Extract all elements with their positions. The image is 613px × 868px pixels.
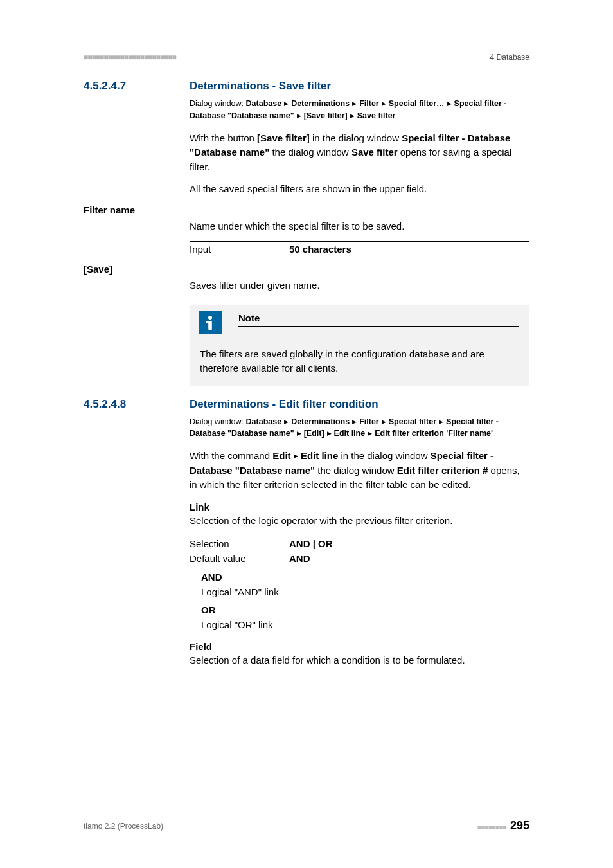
text-run: the dialog window <box>315 465 397 476</box>
header-chapter: 4 Database <box>490 53 529 62</box>
paragraph: With the button [Save filter] in the dia… <box>190 131 529 175</box>
section-title: Determinations - Save filter <box>190 80 331 93</box>
text-bold: [Save filter] <box>257 132 310 143</box>
dlg-part: Determinations <box>291 417 350 426</box>
paragraph: With the command Edit ▶ Edit line in the… <box>190 449 529 493</box>
dlg-part: Database <box>246 99 282 108</box>
dialog-path-save-filter: Dialog window: DatabaseDeterminationsFil… <box>190 98 529 122</box>
param-label: Input <box>190 242 289 257</box>
dlg-part: Edit filter criterion 'Filter name' <box>375 429 493 438</box>
text-bold: Edit filter criterion # <box>397 465 488 476</box>
def-term-or: OR <box>201 603 529 618</box>
paragraph: Selection of the logic operator with the… <box>190 514 529 529</box>
text-bold: Edit <box>272 450 290 461</box>
dlg-part: Determinations <box>291 99 350 108</box>
section-number: 4.5.2.4.8 <box>84 398 190 411</box>
section-title: Determinations - Edit filter condition <box>190 398 378 411</box>
field-label-filter-name: Filter name <box>84 204 529 215</box>
text-run: the dialog window <box>269 147 351 158</box>
text-run: With the button <box>190 132 257 143</box>
page-footer: tiamo 2.2 (ProcessLab) ■■■■■■■■295 <box>84 819 529 833</box>
param-table-input: Input 50 characters <box>190 241 529 257</box>
param-table-link: Selection AND | OR Default value AND <box>190 536 529 566</box>
dlg-part: Save filter <box>357 111 396 120</box>
paragraph: All the saved special filters are shown … <box>190 182 529 197</box>
dlg-part: Edit line <box>334 429 366 438</box>
subhead-link: Link <box>190 502 529 512</box>
param-value: 50 characters <box>289 242 529 257</box>
footer-product: tiamo 2.2 (ProcessLab) <box>84 822 163 831</box>
note-box: Note The filters are saved globally in t… <box>190 305 529 386</box>
svg-rect-3 <box>206 321 210 323</box>
paragraph: Selection of a data field for which a co… <box>190 653 529 668</box>
text-run: With the command <box>190 450 272 461</box>
dlg-part: [Save filter] <box>304 111 348 120</box>
paragraph: Name under which the special filter is t… <box>190 219 529 234</box>
paragraph: Saves filter under given name. <box>190 278 529 293</box>
footer-page: ■■■■■■■■295 <box>477 819 529 833</box>
dlg-prefix: Dialog window: <box>190 99 246 108</box>
def-desc-and: Logical "AND" link <box>201 585 529 600</box>
section-heading-edit-filter: 4.5.2.4.8 Determinations - Edit filter c… <box>84 398 529 411</box>
text-bold: Save filter <box>351 147 398 158</box>
note-body: The filters are saved globally in the co… <box>200 347 519 376</box>
text-run: in the dialog window <box>338 450 430 461</box>
definition-list: AND Logical "AND" link OR Logical "OR" l… <box>201 570 529 632</box>
info-icon <box>199 311 222 334</box>
note-title: Note <box>238 312 519 327</box>
dlg-part: Filter <box>359 417 379 426</box>
text-run: in the dialog window <box>310 132 402 143</box>
param-label: Default value <box>190 551 289 566</box>
page-header: ■■■■■■■■■■■■■■■■■■■■■■■ 4 Database <box>84 53 529 62</box>
param-label: Selection <box>190 536 289 552</box>
param-value: AND | OR <box>289 536 529 552</box>
section-number: 4.5.2.4.7 <box>84 80 190 93</box>
dlg-part: Special filter <box>389 417 436 426</box>
subhead-field: Field <box>190 641 529 652</box>
def-desc-or: Logical "OR" link <box>201 618 529 633</box>
field-label-save: [Save] <box>84 264 529 275</box>
dlg-part: Special filter… <box>389 99 445 108</box>
param-value: AND <box>289 551 529 566</box>
def-term-and: AND <box>201 570 529 585</box>
section-heading-save-filter: 4.5.2.4.7 Determinations - Save filter <box>84 80 529 93</box>
text-bold: Edit line <box>301 450 338 461</box>
dlg-part: Database <box>246 417 282 426</box>
dialog-path-edit-filter: Dialog window: DatabaseDeterminationsFil… <box>190 416 529 440</box>
footer-dots: ■■■■■■■■ <box>477 823 506 831</box>
svg-point-1 <box>208 316 212 320</box>
footer-page-number: 295 <box>510 819 529 832</box>
dlg-part: Filter <box>359 99 379 108</box>
dlg-part: [Edit] <box>304 429 324 438</box>
header-bar: ■■■■■■■■■■■■■■■■■■■■■■■ <box>84 53 176 62</box>
dlg-prefix: Dialog window: <box>190 417 246 426</box>
